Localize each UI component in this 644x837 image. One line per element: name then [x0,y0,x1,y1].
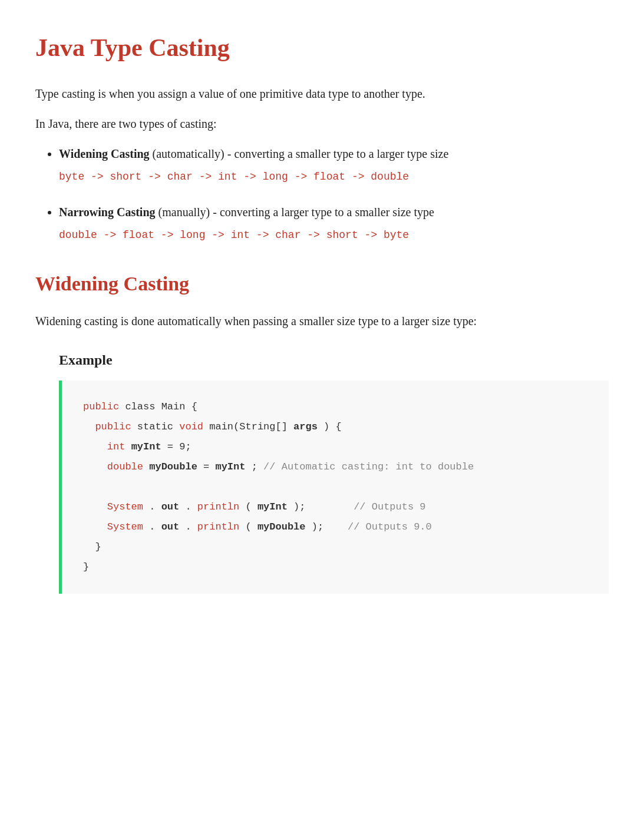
code-line-1: public class Main { [83,397,587,417]
comment-1: // Automatic casting: int to double [263,461,474,472]
myint-value: = 9; [167,441,191,452]
code-line-2: public static void main(String[] args ) … [83,417,587,437]
widening-bold: Widening Casting [59,147,150,160]
println-2-open: ( [245,521,251,532]
code-line-6: System . out . println ( myDouble ); // … [83,517,587,537]
println-1-arg: myInt [257,501,288,512]
dot-2: . [185,501,191,512]
dot-1: . [149,501,155,512]
keyword-class: class [125,401,161,412]
comment-3: // Outputs 9.0 [348,521,432,532]
intro-paragraph-2: In Java, there are two types of casting: [35,114,609,134]
page-title: Java Type Casting [35,28,609,68]
mydouble-eq: = [203,461,215,472]
intro-paragraph-1: Type casting is when you assign a value … [35,84,609,104]
static-void: static [137,421,179,432]
dot-3: . [149,521,155,532]
code-line-4: double myDouble = myInt ; // Automatic c… [83,457,587,477]
code-line-7: } [83,537,587,557]
main-method: main(String[] [209,421,293,432]
mydouble-myint: myInt [215,461,245,472]
keyword-void: void [179,421,203,432]
out-1: out [161,501,180,512]
println-2-close: ); [312,521,323,532]
classname-main: Main { [161,401,197,412]
myint-var: myInt [131,441,161,452]
comment-2: // Outputs 9 [354,501,425,512]
keyword-int: int [107,441,126,452]
println-2: println [197,521,239,532]
println-1: println [197,501,239,512]
example-label: Example [59,349,609,371]
system-out-1: System [107,501,143,512]
code-line-8: } [83,557,587,577]
close-brace-inner: } [95,541,101,553]
keyword-public: public [83,401,119,412]
narrowing-chain: double -> float -> long -> int -> char -… [59,227,609,244]
code-line-blank [83,477,587,497]
main-brace: ) { [323,421,342,432]
println-1-open: ( [245,501,251,512]
narrowing-qualifier: (manually) - converting a larger type to… [158,206,434,219]
widening-qualifier: (automatically) - converting a smaller t… [153,147,449,160]
spacing-2 [329,521,341,532]
casting-list: Widening Casting (automatically) - conve… [59,144,609,244]
args-bold: args [293,421,318,432]
code-block: public class Main { public static void m… [59,381,609,594]
mydouble-var: myDouble [149,461,197,472]
list-item-narrowing: Narrowing Casting (manually) - convertin… [59,203,609,244]
out-2: out [161,521,180,532]
println-1-close: ); [293,501,305,512]
system-out-2: System [107,521,143,532]
keyword-public2: public [95,421,131,432]
spacing-1 [312,501,348,512]
mydouble-semi: ; [252,461,263,472]
close-brace-outer: } [83,561,89,573]
dot-4: . [185,521,191,532]
code-line-5: System . out . println ( myInt ); // Out… [83,497,587,517]
list-item-widening: Widening Casting (automatically) - conve… [59,144,609,186]
println-2-arg: myDouble [257,521,306,532]
narrowing-bold: Narrowing Casting [59,206,156,219]
keyword-double: double [107,461,143,472]
widening-chain: byte -> short -> char -> int -> long -> … [59,168,609,186]
code-line-3: int myInt = 9; [83,437,587,457]
widening-description: Widening casting is done automatically w… [35,312,609,331]
widening-section-title: Widening Casting [35,268,609,300]
